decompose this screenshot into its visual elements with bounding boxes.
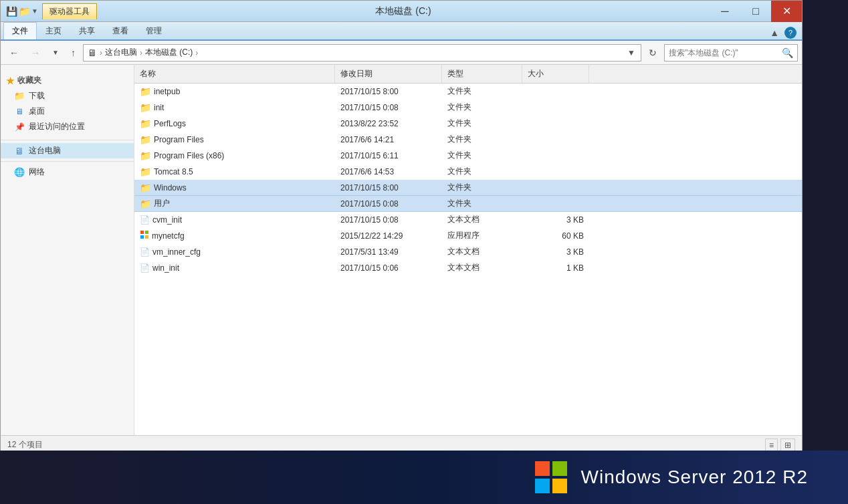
sidebar-item-network[interactable]: 🌐 网络 [1, 164, 134, 180]
file-date-cell: 2017/10/15 8:00 [335, 84, 442, 99]
file-rows: 📁inetpub2017/10/15 8:00文件夹📁init2017/10/1… [134, 84, 802, 276]
folder-icon: 📁 [140, 182, 151, 193]
path-dropdown-btn[interactable]: ▼ [626, 48, 637, 57]
ribbon-tab-管理[interactable]: 管理 [137, 22, 171, 39]
sidebar-item-recent[interactable]: 📌 最近访问的位置 [1, 119, 134, 134]
file-name-text: win_init [152, 263, 179, 273]
table-row[interactable]: 📁inetpub2017/10/15 8:00文件夹 [134, 84, 802, 100]
quick-dropdown-icon[interactable]: ▼ [31, 7, 38, 15]
file-type-cell: 文本文档 [442, 244, 522, 259]
forward-button[interactable]: → [26, 45, 45, 60]
file-name-text: mynetcfg [152, 231, 185, 241]
file-name-text: 用户 [154, 198, 170, 209]
minimize-button[interactable]: ─ [710, 1, 740, 22]
folder-icon: 📁 [140, 150, 151, 161]
file-name-cell: 📁Program Files (x86) [134, 148, 335, 163]
close-button[interactable]: ✕ [771, 1, 802, 22]
file-name-cell: 📄cvm_init [134, 212, 335, 227]
path-drive[interactable]: 本地磁盘 (C:) [145, 47, 193, 58]
address-bar: ← → ▼ ↑ 🖥 › 这台电脑 › 本地磁盘 (C:) › ▼ ↻ 🔍 [1, 41, 802, 65]
file-date-cell: 2017/10/15 8:00 [335, 180, 442, 195]
dropdown-button[interactable]: ▼ [47, 47, 64, 58]
file-name-cell: 📁PerfLogs [134, 116, 335, 131]
window-controls: ─ □ ✕ [710, 1, 802, 21]
large-icon-view-btn[interactable]: ⊞ [780, 438, 795, 452]
maximize-button[interactable]: □ [740, 1, 771, 22]
path-this-computer[interactable]: 这台电脑 [105, 47, 137, 58]
sidebar-item-network-label: 网络 [29, 166, 45, 178]
sidebar-item-downloads-label: 下载 [29, 90, 45, 102]
network-icon: 🌐 [14, 167, 25, 178]
folder-icon: 📁 [140, 86, 151, 97]
refresh-button[interactable]: ↻ [644, 45, 661, 60]
file-name-cell: 📁Program Files [134, 132, 335, 147]
file-name-cell: 📁用户 [134, 196, 335, 211]
up-button[interactable]: ↑ [66, 45, 80, 60]
ribbon-tab-主页[interactable]: 主页 [37, 22, 70, 39]
folder-icon: 📁 [140, 134, 151, 145]
file-name-text: inetpub [154, 87, 180, 96]
table-row[interactable]: 📁Program Files (x86)2017/10/15 6:11文件夹 [134, 148, 802, 164]
table-row[interactable]: 📁init2017/10/15 0:08文件夹 [134, 100, 802, 116]
file-type-cell: 应用程序 [442, 228, 522, 243]
col-header-size[interactable]: 大小 [522, 65, 589, 83]
search-submit-button[interactable]: 🔍 [782, 47, 793, 58]
sidebar-item-this-pc-label: 这台电脑 [29, 145, 61, 156]
col-header-name[interactable]: 名称 [134, 65, 335, 83]
title-bar: 💾 📁 ▼ 驱动器工具 本地磁盘 (C:) ─ □ ✕ [1, 1, 802, 22]
toolbar-tab-driver[interactable]: 驱动器工具 [42, 3, 97, 19]
sidebar-favorites-header[interactable]: ★ 收藏夹 [1, 73, 134, 88]
folder-icon: 📁 [140, 118, 151, 129]
ribbon-tab-共享[interactable]: 共享 [70, 22, 104, 39]
table-row[interactable]: 📁Program Files2017/6/6 14:21文件夹 [134, 132, 802, 148]
ribbon-right: ▲ ? [767, 26, 802, 39]
help-button[interactable]: ? [784, 27, 797, 39]
file-size-cell [522, 116, 589, 131]
sidebar-item-this-pc[interactable]: 🖥 这台电脑 [1, 143, 134, 158]
details-view-btn[interactable]: ≡ [765, 438, 778, 452]
file-type-cell: 文件夹 [442, 164, 522, 179]
file-type-cell: 文件夹 [442, 132, 522, 147]
folder-icon: 📁 [140, 102, 151, 113]
col-header-type[interactable]: 类型 [442, 65, 522, 83]
file-icon: 📄 [140, 247, 150, 257]
file-name-text: init [154, 103, 164, 112]
folder-icon: 📁 [140, 166, 151, 177]
table-row[interactable]: mynetcfg2015/12/22 14:29应用程序60 KB [134, 228, 802, 244]
folder-icon: 📁 [140, 199, 151, 209]
col-header-date[interactable]: 修改日期 [335, 65, 442, 83]
table-row[interactable]: 📁PerfLogs2013/8/22 23:52文件夹 [134, 116, 802, 132]
table-row[interactable]: 📄vm_inner_cfg2017/5/31 13:49文本文档3 KB [134, 244, 802, 260]
windows-logo [534, 461, 568, 494]
table-row[interactable]: 📁Windows2017/10/15 8:00文件夹 [134, 180, 802, 196]
file-date-cell: 2017/5/31 13:49 [335, 244, 442, 259]
table-row[interactable]: 📄cvm_init2017/10/15 0:08文本文档3 KB [134, 212, 802, 228]
svg-rect-5 [552, 461, 567, 476]
file-type-cell: 文件夹 [442, 196, 522, 211]
file-size-cell [522, 148, 589, 163]
table-row[interactable]: 📄win_init2017/10/15 0:06文本文档1 KB [134, 260, 802, 276]
table-row[interactable]: 📁用户2017/10/15 0:08文件夹 [134, 196, 802, 212]
ribbon-collapse-btn[interactable]: ▲ [767, 26, 782, 39]
file-icon: 📄 [140, 263, 150, 273]
window-title: 本地磁盘 (C:) [97, 5, 710, 17]
svg-rect-1 [145, 231, 148, 234]
ribbon-tab-文件[interactable]: 文件 [3, 22, 37, 39]
sidebar-item-desktop[interactable]: 🖥 桌面 [1, 104, 134, 119]
quick-folder-icon[interactable]: 📁 [19, 6, 30, 17]
file-size-cell: 3 KB [522, 212, 589, 227]
file-size-cell [522, 132, 589, 147]
explorer-window: 💾 📁 ▼ 驱动器工具 本地磁盘 (C:) ─ □ ✕ 文件主页共享查看管理 ▲… [0, 0, 803, 455]
file-type-cell: 文本文档 [442, 260, 522, 275]
table-row[interactable]: 📁Tomcat 8.52017/6/6 14:53文件夹 [134, 164, 802, 180]
file-name-cell: 📄win_init [134, 260, 335, 275]
back-button[interactable]: ← [5, 45, 23, 60]
sidebar-item-downloads[interactable]: 📁 下载 [1, 88, 134, 104]
search-input[interactable] [669, 48, 782, 57]
address-path[interactable]: 🖥 › 这台电脑 › 本地磁盘 (C:) › ▼ [83, 44, 641, 61]
sidebar-divider [1, 140, 134, 140]
desktop-icon: 🖥 [14, 106, 25, 117]
quick-save-icon[interactable]: 💾 [6, 6, 17, 17]
ribbon-tab-查看[interactable]: 查看 [104, 22, 137, 39]
sidebar: ★ 收藏夹 📁 下载 🖥 桌面 📌 最近访问的位置 [1, 65, 134, 435]
